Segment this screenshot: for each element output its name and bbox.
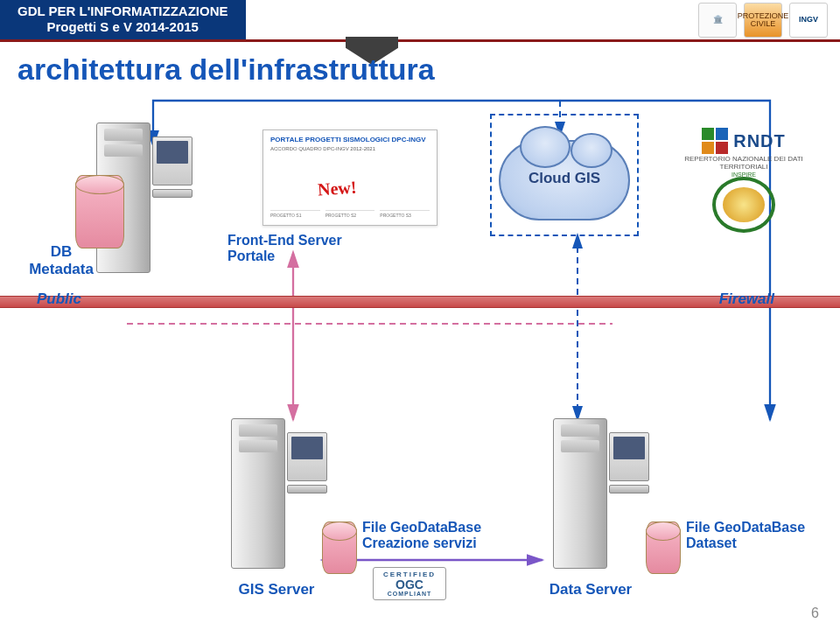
label-file-gdb-data: File GeoDataBase Dataset <box>686 520 826 552</box>
cloud-label: Cloud GIS <box>499 170 630 187</box>
header-bar: GDL PER L'INFORMATIZZAZIONE Progetti S e… <box>0 0 840 42</box>
header-logos: 🏛️ PROTEZIONE CIVILE INGV <box>698 3 840 38</box>
ogc-badge-icon: CERTIFIED OGC COMPLIANT <box>373 567 446 600</box>
rndt-block: RNDT REPERTORIO NAZIONALE DEI DATI TERRI… <box>665 128 822 233</box>
db-cylinder-gis <box>322 522 357 574</box>
server-gis <box>231 418 327 569</box>
portal-thumbnail: PORTALE PROGETTI SISMOLOGICI DPC-INGV AC… <box>262 130 438 226</box>
new-badge: New! <box>317 177 357 200</box>
cloud-gis: Cloud GIS <box>499 140 630 220</box>
db-cylinder-metadata <box>75 175 124 248</box>
label-frontend: Front-End Server Portale <box>228 233 385 265</box>
inspire-icon: INSPIRE <box>712 177 775 233</box>
rndt-sub: REPERTORIO NAZIONALE DEI DATI TERRITORIA… <box>665 156 822 172</box>
page-title: architettura dell'infrastruttura <box>18 52 435 87</box>
rndt-name: RNDT <box>733 131 786 151</box>
label-gis-server: GIS Server <box>224 581 329 598</box>
portal-sub: ACCORDO QUADRO DPC-INGV 2012-2021 <box>270 146 430 151</box>
logo-italy-emblem: 🏛️ <box>698 3 737 38</box>
server-data <box>553 418 649 569</box>
label-file-gdb-gis: File GeoDataBase Creazione servizi <box>362 520 502 552</box>
header-title: GDL PER L'INFORMATIZZAZIONE Progetti S e… <box>0 0 246 39</box>
label-db-metadata: DB Metadata <box>26 243 96 277</box>
label-data-server: Data Server <box>525 581 656 598</box>
db-cylinder-data <box>646 522 681 574</box>
firewall-band <box>0 296 840 308</box>
label-firewall: Firewall <box>719 290 774 308</box>
header-line2: Progetti S e V 2014-2015 <box>18 19 228 34</box>
portal-title: PORTALE PROGETTI SISMOLOGICI DPC-INGV <box>270 136 430 144</box>
label-public: Public <box>37 290 81 308</box>
logo-ingv: INGV <box>789 3 828 38</box>
page-number: 6 <box>811 606 819 621</box>
header-line1: GDL PER L'INFORMATIZZAZIONE <box>18 4 228 18</box>
logo-protezione-civile: PROTEZIONE CIVILE <box>744 3 782 38</box>
